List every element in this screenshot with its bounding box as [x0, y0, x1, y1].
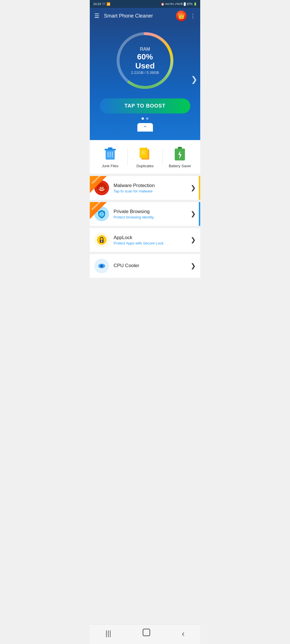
malware-title: Malware Protection — [114, 183, 191, 188]
status-bar: 14:24 🛡 📶 ⏰ VoLTE1 LTE2⇅ ▉ 87% 🔋 — [90, 0, 200, 8]
svg-point-17 — [103, 188, 103, 188]
svg-rect-5 — [112, 152, 113, 157]
svg-rect-25 — [101, 241, 102, 242]
gauge-text: RAM 60% Used 2.21GB / 5.39GB — [129, 47, 161, 75]
private-browsing-arrow: ❯ — [191, 210, 196, 218]
hero-section: RAM 60% Used 2.21GB / 5.39GB ❯ TAP TO BO… — [90, 24, 200, 140]
private-browsing-title: Private Browsing — [114, 209, 191, 214]
action-duplicates[interactable]: Duplicates — [127, 146, 162, 168]
svg-rect-10 — [141, 154, 145, 154]
applock-text: AppLock Protect Apps with Secure Lock — [114, 235, 191, 245]
app-title: Smart Phone Cleaner — [104, 13, 176, 19]
avatar[interactable]: 👑 — [176, 10, 187, 21]
applock-title: AppLock — [114, 235, 191, 241]
ram-gauge: RAM 60% Used 2.21GB / 5.39GB — [114, 29, 176, 92]
svg-point-16 — [100, 188, 101, 188]
alarm-icon: ⏰ — [161, 3, 164, 6]
private-browsing-card[interactable]: PREMIUM Private Browsing Protect browsin… — [90, 202, 200, 226]
svg-rect-12 — [178, 147, 182, 149]
svg-rect-2 — [108, 147, 112, 149]
applock-card[interactable]: AppLock Protect Apps with Secure Lock ❯ — [90, 228, 200, 252]
battery-saver-label: Battery Saver — [169, 164, 191, 168]
junk-files-icon — [103, 146, 118, 162]
applock-icon — [94, 233, 109, 247]
applock-arrow: ❯ — [191, 236, 196, 244]
cpu-title: CPU Cooler — [114, 263, 191, 269]
collapse-arrow[interactable]: ⌃ — [137, 123, 153, 132]
shield-icon: 🛡 — [102, 2, 105, 6]
signal-lte2: LTE2⇅ — [175, 3, 183, 5]
svg-rect-4 — [110, 152, 110, 157]
app-header: ☰ Smart Phone Cleaner 👑 ⋮ — [90, 8, 200, 24]
svg-rect-8 — [141, 151, 146, 151]
applock-subtitle: Protect Apps with Secure Lock — [114, 241, 191, 245]
hamburger-icon: ☰ — [94, 13, 99, 19]
ram-percent: 60% Used — [129, 52, 161, 70]
menu-button[interactable]: ☰ — [94, 12, 99, 19]
more-icon: ⋮ — [190, 13, 196, 19]
quick-actions: Junk Files Duplicates — [90, 140, 200, 174]
signal-lte1: VoLTE1 — [165, 3, 174, 5]
malware-subtitle: Tap to scan for malware — [114, 189, 191, 193]
status-right: ⏰ VoLTE1 LTE2⇅ ▉ 87% 🔋 — [161, 3, 197, 6]
private-browsing-text: Private Browsing Protect browsing identi… — [114, 209, 191, 219]
page-dots — [142, 117, 148, 120]
next-arrow[interactable]: ❯ — [191, 74, 197, 84]
boost-button[interactable]: TAP TO BOOST — [100, 98, 190, 113]
dot-2 — [146, 117, 148, 120]
time: 14:24 — [93, 2, 101, 6]
svg-rect-9 — [141, 152, 145, 153]
private-browsing-subtitle: Protect browsing identity. — [114, 215, 191, 219]
status-left: 14:24 🛡 📶 — [93, 2, 110, 6]
svg-rect-3 — [108, 152, 108, 157]
malware-arrow: ❯ — [191, 184, 196, 192]
malware-text: Malware Protection Tap to scan for malwa… — [114, 183, 191, 193]
action-battery-saver[interactable]: Battery Saver — [163, 146, 197, 168]
ram-sub: 2.21GB / 5.39GB — [129, 70, 161, 75]
cpu-cooler-card[interactable]: CPU Cooler ❯ — [90, 254, 200, 278]
dot-1 — [142, 117, 144, 120]
duplicates-label: Duplicates — [137, 164, 154, 168]
ram-label: RAM — [129, 47, 161, 52]
battery-percent: 87% — [187, 3, 193, 6]
more-options-button[interactable]: ⋮ — [190, 12, 196, 19]
signal-bars: ▉ — [184, 3, 186, 6]
action-junk-files[interactable]: Junk Files — [93, 146, 127, 168]
svg-point-30 — [102, 265, 103, 266]
crown-emoji: 👑 — [178, 12, 185, 19]
wifi-icon: 📶 — [106, 2, 110, 6]
malware-protection-card[interactable]: PREMIUM Malware Protection Tap to scan f… — [90, 176, 200, 200]
junk-files-label: Junk Files — [102, 164, 118, 168]
battery-icon: 🔋 — [193, 3, 197, 6]
battery-saver-icon — [172, 146, 187, 162]
cpu-arrow: ❯ — [191, 262, 196, 270]
cpu-icon — [94, 259, 109, 273]
duplicates-icon — [138, 146, 152, 162]
cpu-text: CPU Cooler — [114, 263, 191, 269]
